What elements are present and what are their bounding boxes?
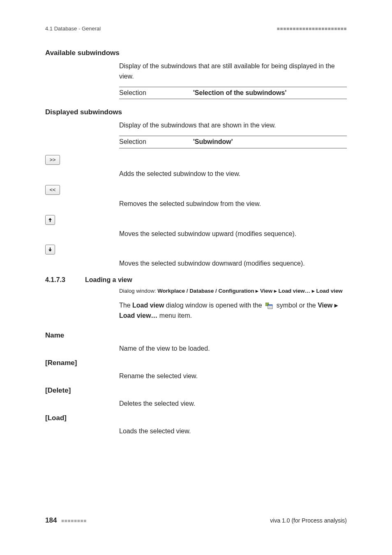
p1c: dialog window is opened with the [164, 302, 264, 309]
section-title-displayed: Displayed subwindows [45, 108, 347, 116]
displayed-desc: Display of the subwindows that are shown… [119, 120, 347, 131]
add-desc: Adds the selected subwindow to the view. [119, 169, 347, 179]
p1b: Load view [132, 302, 164, 309]
p1a: The [119, 302, 132, 309]
rename-title: [Rename] [45, 359, 347, 367]
displayed-selection-row: Selection 'Subwindow' [119, 136, 347, 148]
header-decoration: ■■■■■■■■■■■■■■■■■■■■■■ [277, 26, 347, 32]
name-title: Name [45, 331, 347, 340]
footer-version: viva 1.0 (for Process analysis) [270, 517, 347, 524]
move-down-button[interactable] [45, 245, 55, 254]
dialog-path-bold: Workplace / Database / Configuration ▸ V… [157, 288, 343, 294]
move-up-button[interactable] [45, 215, 55, 225]
add-button[interactable]: >> [45, 155, 60, 165]
available-desc: Display of the subwindows that are still… [119, 61, 347, 82]
load-view-icon [265, 303, 273, 309]
load-desc: Loads the selected view. [119, 426, 347, 437]
page-number: 184 [45, 516, 57, 524]
delete-title: [Delete] [45, 386, 347, 395]
down-desc: Moves the selected subwindow downward (m… [119, 259, 347, 269]
p1d: symbol or the [274, 302, 318, 309]
p1f: menu item. [157, 312, 192, 319]
dialog-window-path: Dialog window: Workplace / Database / Co… [119, 287, 347, 296]
loading-desc: The Load view dialog window is opened wi… [119, 301, 347, 321]
svg-rect-2 [268, 305, 272, 306]
up-desc: Moves the selected subwindow upward (mod… [119, 229, 347, 239]
breadcrumb: 4.1 Database - General [45, 25, 101, 32]
remove-button[interactable]: << [45, 185, 60, 195]
svg-rect-3 [269, 306, 270, 308]
available-selection-row: Selection 'Selection of the subwindows' [119, 87, 347, 99]
arrow-down-icon [48, 247, 53, 252]
delete-desc: Deletes the selected view. [119, 399, 347, 409]
name-desc: Name of the view to be loaded. [119, 344, 347, 354]
dialog-prefix: Dialog window: [119, 288, 157, 294]
displayed-selection-key: Selection [119, 137, 177, 147]
displayed-selection-val: 'Subwindow' [193, 137, 233, 147]
available-selection-val: 'Selection of the subwindows' [193, 88, 286, 98]
footer-decoration: ■■■■■■■■ [61, 518, 87, 524]
arrow-up-icon [48, 217, 53, 222]
remove-desc: Removes the selected subwindow from the … [119, 199, 347, 209]
section-title-loading: Loading a view [85, 276, 132, 284]
available-selection-key: Selection [119, 88, 177, 98]
section-title-available: Available subwindows [45, 49, 347, 57]
load-title: [Load] [45, 414, 347, 422]
svg-rect-4 [270, 306, 272, 308]
section-number: 4.1.7.3 [45, 276, 65, 284]
rename-desc: Rename the selected view. [119, 371, 347, 382]
